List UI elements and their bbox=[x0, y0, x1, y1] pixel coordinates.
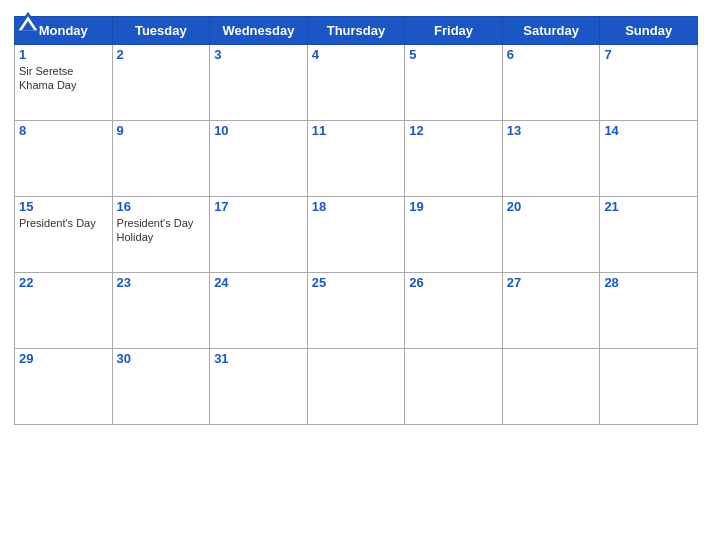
day-number: 20 bbox=[507, 199, 596, 214]
calendar-cell: 19 bbox=[405, 197, 503, 273]
week-row-4: 22232425262728 bbox=[15, 273, 698, 349]
calendar-cell: 31 bbox=[210, 349, 308, 425]
day-number: 4 bbox=[312, 47, 401, 62]
calendar-grid: MondayTuesdayWednesdayThursdayFridaySatu… bbox=[14, 16, 698, 425]
week-row-5: 293031 bbox=[15, 349, 698, 425]
calendar-cell: 22 bbox=[15, 273, 113, 349]
calendar-cell: 20 bbox=[502, 197, 600, 273]
calendar-cell: 16President's Day Holiday bbox=[112, 197, 210, 273]
logo-area bbox=[14, 10, 44, 32]
calendar-cell: 3 bbox=[210, 45, 308, 121]
day-number: 31 bbox=[214, 351, 303, 366]
day-number: 26 bbox=[409, 275, 498, 290]
day-number: 18 bbox=[312, 199, 401, 214]
weekday-header-row: MondayTuesdayWednesdayThursdayFridaySatu… bbox=[15, 17, 698, 45]
calendar-cell bbox=[600, 349, 698, 425]
calendar-cell bbox=[307, 349, 405, 425]
day-number: 29 bbox=[19, 351, 108, 366]
day-number: 22 bbox=[19, 275, 108, 290]
weekday-header-saturday: Saturday bbox=[502, 17, 600, 45]
calendar-tbody: 1Sir Seretse Khama Day234567891011121314… bbox=[15, 45, 698, 425]
day-number: 8 bbox=[19, 123, 108, 138]
day-number: 2 bbox=[117, 47, 206, 62]
calendar-cell: 11 bbox=[307, 121, 405, 197]
weekday-header-friday: Friday bbox=[405, 17, 503, 45]
weekday-header-tuesday: Tuesday bbox=[112, 17, 210, 45]
week-row-2: 891011121314 bbox=[15, 121, 698, 197]
day-event: President's Day Holiday bbox=[117, 216, 206, 245]
day-number: 15 bbox=[19, 199, 108, 214]
day-number: 25 bbox=[312, 275, 401, 290]
calendar-cell: 21 bbox=[600, 197, 698, 273]
day-event: President's Day bbox=[19, 216, 108, 230]
calendar-cell: 13 bbox=[502, 121, 600, 197]
calendar-cell: 1Sir Seretse Khama Day bbox=[15, 45, 113, 121]
calendar-cell: 24 bbox=[210, 273, 308, 349]
calendar-cell: 4 bbox=[307, 45, 405, 121]
day-number: 23 bbox=[117, 275, 206, 290]
day-number: 21 bbox=[604, 199, 693, 214]
day-number: 12 bbox=[409, 123, 498, 138]
day-number: 11 bbox=[312, 123, 401, 138]
calendar-thead: MondayTuesdayWednesdayThursdayFridaySatu… bbox=[15, 17, 698, 45]
calendar-cell bbox=[502, 349, 600, 425]
day-number: 30 bbox=[117, 351, 206, 366]
calendar-cell: 23 bbox=[112, 273, 210, 349]
day-number: 24 bbox=[214, 275, 303, 290]
weekday-header-wednesday: Wednesday bbox=[210, 17, 308, 45]
calendar-cell: 8 bbox=[15, 121, 113, 197]
calendar-cell: 7 bbox=[600, 45, 698, 121]
day-number: 16 bbox=[117, 199, 206, 214]
calendar-cell: 29 bbox=[15, 349, 113, 425]
calendar-cell: 27 bbox=[502, 273, 600, 349]
calendar-cell: 30 bbox=[112, 349, 210, 425]
day-number: 13 bbox=[507, 123, 596, 138]
calendar-cell: 15President's Day bbox=[15, 197, 113, 273]
calendar-cell bbox=[405, 349, 503, 425]
general-blue-icon bbox=[14, 10, 42, 32]
day-number: 3 bbox=[214, 47, 303, 62]
calendar-cell: 12 bbox=[405, 121, 503, 197]
day-number: 10 bbox=[214, 123, 303, 138]
day-number: 5 bbox=[409, 47, 498, 62]
day-number: 28 bbox=[604, 275, 693, 290]
calendar-cell: 6 bbox=[502, 45, 600, 121]
weekday-header-sunday: Sunday bbox=[600, 17, 698, 45]
calendar-cell: 28 bbox=[600, 273, 698, 349]
calendar-cell: 5 bbox=[405, 45, 503, 121]
day-event: Sir Seretse Khama Day bbox=[19, 64, 108, 93]
calendar-cell: 10 bbox=[210, 121, 308, 197]
weekday-header-thursday: Thursday bbox=[307, 17, 405, 45]
calendar-cell: 9 bbox=[112, 121, 210, 197]
calendar-cell: 2 bbox=[112, 45, 210, 121]
day-number: 27 bbox=[507, 275, 596, 290]
calendar-cell: 14 bbox=[600, 121, 698, 197]
calendar-cell: 18 bbox=[307, 197, 405, 273]
week-row-1: 1Sir Seretse Khama Day234567 bbox=[15, 45, 698, 121]
day-number: 7 bbox=[604, 47, 693, 62]
day-number: 17 bbox=[214, 199, 303, 214]
day-number: 6 bbox=[507, 47, 596, 62]
week-row-3: 15President's Day16President's Day Holid… bbox=[15, 197, 698, 273]
day-number: 19 bbox=[409, 199, 498, 214]
day-number: 9 bbox=[117, 123, 206, 138]
day-number: 14 bbox=[604, 123, 693, 138]
calendar-cell: 17 bbox=[210, 197, 308, 273]
calendar-container: MondayTuesdayWednesdayThursdayFridaySatu… bbox=[0, 0, 712, 550]
day-number: 1 bbox=[19, 47, 108, 62]
calendar-cell: 26 bbox=[405, 273, 503, 349]
calendar-cell: 25 bbox=[307, 273, 405, 349]
